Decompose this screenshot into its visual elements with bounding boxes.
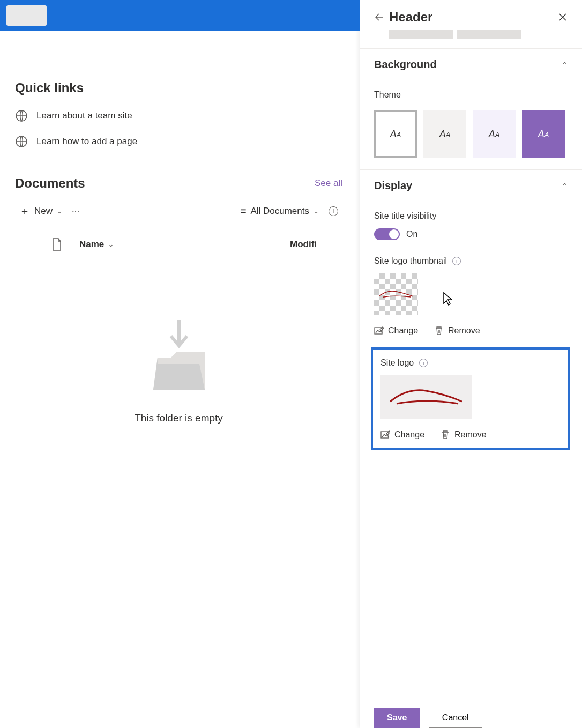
close-button[interactable] (555, 10, 570, 25)
quick-link-item[interactable]: Learn about a team site (15, 109, 342, 122)
trash-icon (441, 430, 450, 440)
site-logo-preview (380, 375, 472, 419)
trash-icon (434, 326, 444, 336)
documents-title: Documents (15, 176, 85, 191)
panel-subheader-placeholder (360, 25, 582, 48)
view-switcher[interactable]: ≡ All Documents ⌄ (241, 205, 319, 217)
logo-change-button[interactable]: Change (380, 430, 424, 440)
site-title-toggle[interactable] (374, 228, 400, 240)
search-placeholder-box[interactable] (6, 5, 47, 26)
theme-label: Theme (374, 90, 568, 100)
chevron-down-icon: ⌄ (108, 241, 114, 248)
site-logo-highlight: Site logo i (371, 347, 570, 450)
chevron-down-icon: ⌄ (57, 207, 62, 215)
info-icon[interactable]: i (452, 257, 461, 265)
arrow-left-icon (375, 12, 384, 22)
info-icon[interactable]: i (329, 206, 338, 216)
panel-title: Header (389, 10, 555, 25)
remove-label: Remove (448, 326, 480, 336)
car-logo-icon (377, 289, 415, 300)
cancel-button[interactable]: Cancel (429, 708, 482, 728)
list-icon: ≡ (241, 205, 247, 217)
back-button[interactable] (372, 10, 387, 25)
command-bar (0, 31, 360, 62)
cursor-icon (443, 292, 453, 306)
empty-folder-icon (141, 315, 217, 400)
image-edit-icon (374, 326, 384, 336)
quick-link-label: Learn how to add a page (36, 136, 137, 147)
document-columns-header: Name ⌄ Modifi (15, 224, 342, 266)
theme-option-soft[interactable]: AA (473, 110, 516, 158)
theme-option-strong[interactable]: AA (522, 110, 565, 158)
more-button[interactable]: ··· (72, 206, 79, 217)
display-section-toggle[interactable]: Display ⌃ (374, 180, 568, 192)
image-edit-icon (380, 430, 390, 440)
toggle-state: On (406, 229, 417, 239)
globe-icon (15, 109, 28, 122)
logo-remove-button[interactable]: Remove (441, 430, 487, 440)
thumbnail-change-button[interactable]: Change (374, 326, 418, 336)
column-name[interactable]: Name ⌄ (79, 239, 290, 250)
plus-icon: ＋ (19, 204, 30, 218)
file-icon[interactable] (51, 238, 62, 251)
info-icon[interactable]: i (419, 359, 428, 367)
theme-option-white[interactable]: AA (374, 110, 417, 158)
empty-text: This folder is empty (135, 412, 223, 424)
chevron-up-icon: ⌃ (562, 61, 568, 69)
change-label: Change (394, 430, 424, 440)
remove-label: Remove (454, 430, 487, 440)
chevron-down-icon: ⌄ (314, 207, 319, 215)
chevron-up-icon: ⌃ (562, 182, 568, 190)
new-button[interactable]: ＋ New ⌄ (19, 204, 62, 218)
site-logo-label: Site logo (380, 358, 414, 368)
site-logo-thumbnail-label: Site logo thumbnail (374, 256, 447, 266)
quick-links-title: Quick links (15, 80, 342, 95)
car-logo-icon (386, 387, 466, 408)
change-label: Change (388, 326, 418, 336)
empty-folder: This folder is empty (15, 266, 342, 424)
site-logo-thumbnail-preview (374, 273, 418, 315)
quick-link-item[interactable]: Learn how to add a page (15, 135, 342, 148)
header-settings-panel: Header Background ⌃ Theme AA (360, 0, 582, 728)
new-label: New (34, 206, 53, 217)
see-all-link[interactable]: See all (315, 178, 342, 189)
close-icon (558, 13, 567, 21)
site-title-visibility-label: Site title visibility (374, 211, 568, 221)
column-modified[interactable]: Modifi (290, 239, 338, 250)
view-label: All Documents (250, 206, 309, 217)
quick-link-label: Learn about a team site (36, 110, 132, 121)
more-icon: ··· (72, 206, 79, 217)
background-section-title: Background (374, 58, 437, 71)
app-header (0, 0, 360, 31)
display-section-title: Display (374, 180, 412, 192)
save-button[interactable]: Save (374, 708, 420, 728)
globe-icon (15, 135, 28, 148)
thumbnail-remove-button[interactable]: Remove (434, 326, 480, 336)
theme-option-neutral[interactable]: AA (423, 110, 466, 158)
background-section-toggle[interactable]: Background ⌃ (374, 58, 568, 71)
